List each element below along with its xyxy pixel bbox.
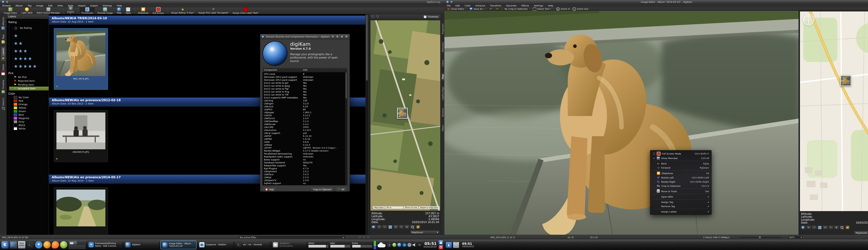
context-menu-item[interactable]: Open With ▸ xyxy=(650,195,711,199)
photo-thumbnail[interactable]: DSC00575.JPG ⚑ xyxy=(54,110,108,162)
lock-screen-button[interactable] xyxy=(439,240,443,245)
statusbar-button[interactable] xyxy=(367,236,370,239)
toolbar-button[interactable]: Assign Rating "5 Star" ▾ xyxy=(169,7,196,14)
maximize-button[interactable]: ▴ xyxy=(340,35,344,38)
menu-item[interactable]: Effects xyxy=(521,4,529,7)
toolbar-button[interactable]: Full Screen ▾ xyxy=(151,7,166,15)
menu-item[interactable]: Image xyxy=(36,4,43,7)
launcher-icon[interactable] xyxy=(52,241,59,248)
component-row[interactable]: LibLensFun 0.2.8-0 xyxy=(262,129,347,132)
menu-item[interactable]: Help xyxy=(548,4,553,7)
color-filter-row[interactable]: Yellow xyxy=(9,106,49,110)
menu-item[interactable]: Transform xyxy=(490,4,501,7)
component-row[interactable]: LibLCMS 2050 xyxy=(262,126,347,129)
component-row[interactable]: Sqlite2 support no xyxy=(262,182,347,185)
map-backend-select[interactable]: MapQuest▾ xyxy=(854,231,868,235)
component-row[interactable]: LibPGF 6.12.24 xyxy=(262,134,347,137)
color-filter-row[interactable]: Gray xyxy=(9,120,49,123)
sidebar-tab[interactable]: Dates xyxy=(1,63,5,76)
rating-filter-row[interactable]: ★ xyxy=(9,32,49,39)
context-menu-item[interactable]: Move to Trash Del ▸ xyxy=(650,189,711,193)
menu-item[interactable]: Settings xyxy=(534,4,543,7)
tray-icon[interactable] xyxy=(417,243,422,247)
color-filter-row[interactable]: White xyxy=(9,127,49,130)
map-control-button[interactable] xyxy=(845,225,850,229)
context-menu-item[interactable]: Back PgUp ▸ xyxy=(650,161,711,166)
attribution-link[interactable]: 50 m xyxy=(385,206,403,209)
digital-clock[interactable]: 05:51 03/02/2015 xyxy=(462,242,474,248)
tray-icon[interactable] xyxy=(412,243,416,247)
component-row[interactable]: LibGphoto2 2.5.2 xyxy=(262,170,347,173)
map-control-button[interactable] xyxy=(399,225,404,229)
component-row[interactable]: Exiv2 can write to Pgf Yes xyxy=(262,87,347,90)
tray-icon[interactable] xyxy=(402,243,406,247)
component-row[interactable]: Parallelized demosaicing Unknown xyxy=(262,152,347,155)
toolbar-button[interactable]: Close Editor ▾ xyxy=(446,8,466,10)
context-menu-item[interactable]: Show Menubar Ctrl+M ▸ xyxy=(650,156,711,160)
component-row[interactable]: RawSpeed codec support Unknown xyxy=(262,155,347,158)
menu-item[interactable]: Enhance xyxy=(475,4,485,7)
map-control-button[interactable] xyxy=(393,225,398,229)
map-thumbnails-toggle[interactable]: Thumbnails xyxy=(422,15,440,19)
zoom-slider[interactable] xyxy=(740,237,781,238)
map-control-button[interactable] xyxy=(371,225,376,229)
toolbar-button[interactable]: Table ▾ xyxy=(123,7,133,15)
help-button[interactable]: Help xyxy=(262,187,276,192)
photo-thumbnail[interactable] xyxy=(54,187,108,235)
desktop-2[interactable] xyxy=(78,241,86,245)
map-control-button[interactable] xyxy=(834,225,839,229)
sidebar-tab[interactable]: Albums xyxy=(1,16,5,31)
attribution-link[interactable]: Report a map error xyxy=(419,206,439,209)
tray-icon[interactable] xyxy=(407,243,411,247)
launcher-icon[interactable] xyxy=(18,241,25,248)
dialog-titlebar[interactable]: Shared Libraries and Components Informat… xyxy=(260,34,350,39)
menu-item[interactable]: Tag xyxy=(28,4,31,7)
satellite-map-view[interactable]: Google Map Data50 mTerms of UseReport a … xyxy=(370,20,440,211)
sidebar-tab[interactable]: Colors xyxy=(441,59,444,68)
context-menu-item[interactable]: Remove Tag ▸ xyxy=(650,204,711,208)
toolbar-button[interactable]: Image Editor ▾ xyxy=(2,7,19,15)
map-control-button[interactable] xyxy=(823,225,828,229)
map-control-button[interactable] xyxy=(382,225,387,229)
color-filter-row[interactable]: Black xyxy=(9,123,49,127)
map-control-button[interactable] xyxy=(829,225,833,229)
toolbar-button[interactable]: Assign Pick Label "Accepted" ▾ xyxy=(196,7,231,14)
photo-map-marker[interactable] xyxy=(840,75,851,86)
component-row[interactable]: LibKipi 2.2.0 xyxy=(262,176,347,179)
component-row[interactable]: LibKExiv2 2.4.0 xyxy=(262,117,347,120)
component-row[interactable]: LibTIFF LIBTIFF, Version 4.0.3 Copyri... xyxy=(262,146,347,149)
sidebar-tab[interactable]: Timeline xyxy=(1,79,5,94)
map-control-button[interactable] xyxy=(410,225,415,229)
sidebar-tab[interactable]: Map xyxy=(441,73,444,80)
map-control-button[interactable] xyxy=(404,225,409,229)
clear-filter-button[interactable]: × xyxy=(342,236,344,239)
pick-filter-row[interactable]: ⚑ No Pick xyxy=(9,75,49,79)
shade-button[interactable]: ▾ xyxy=(336,35,339,38)
map-mode-button[interactable] xyxy=(371,15,375,19)
component-row[interactable]: Marble Widget 0.17.0 (stable version) xyxy=(262,149,347,152)
color-filter-row[interactable]: No Color xyxy=(9,96,49,99)
zoom-slider-thumb[interactable] xyxy=(758,236,761,239)
help-window-button[interactable]: ? xyxy=(332,35,335,38)
map-control-button[interactable] xyxy=(840,225,844,229)
map-backend-select[interactable]: MapQuest▾ xyxy=(410,230,439,234)
task-button[interactable]: Frameworks/Porting Notes - KDE Commu xyxy=(87,241,123,249)
menu-item[interactable]: Color xyxy=(465,4,471,7)
editor-canvas[interactable]: Full Screen Mode Ctrl+Shift+F ▸ Show Men… xyxy=(444,11,799,235)
window-pin-button[interactable] xyxy=(450,1,453,3)
component-row[interactable]: LibLqr support yes xyxy=(262,132,347,134)
color-filter-row[interactable]: Orange xyxy=(9,103,49,106)
leave-button[interactable] xyxy=(439,245,443,249)
launcher-icon[interactable] xyxy=(60,241,67,248)
context-menu-item[interactable]: Rotate Left Ctrl+Shift+Left ▸ xyxy=(650,176,711,180)
attribution-link[interactable]: Terms of Use xyxy=(404,206,418,209)
component-row[interactable]: LibKGeoMap 3.1.0 xyxy=(262,120,347,123)
titlebar[interactable]: Image Editor - Album "2014-03-10" – digi… xyxy=(444,0,868,4)
color-filter-row[interactable]: Magenta xyxy=(9,117,49,120)
launcher-icon[interactable] xyxy=(1,241,9,248)
launcher-icon[interactable] xyxy=(43,241,51,248)
tray-icon[interactable] xyxy=(392,243,396,247)
color-filter-row[interactable]: Blue xyxy=(9,113,49,117)
sidebar-tab[interactable]: Tags xyxy=(1,33,5,44)
toolbar-button[interactable]: ▾ xyxy=(488,8,494,10)
